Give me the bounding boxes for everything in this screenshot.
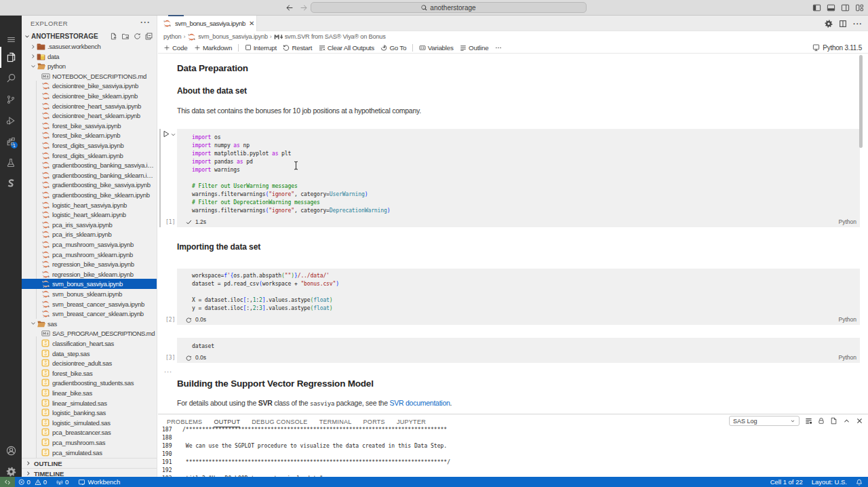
tree-item-regression-bike-sasviya-ipynb[interactable]: regression_bike_sasviya.ipynb bbox=[22, 259, 157, 269]
tree-item-gradientboosting-bike-sasviya-ipynb[interactable]: gradientboosting_bike_sasviya.ipynb bbox=[22, 180, 157, 190]
back-arrow-icon[interactable] bbox=[285, 3, 294, 12]
tree-item-forest-digits-sasviya-ipynb[interactable]: forest_digits_sasviya.ipynb bbox=[22, 140, 157, 151]
activity-run-debug-run-debug-icon[interactable] bbox=[0, 110, 22, 131]
close-panel-icon[interactable] bbox=[856, 417, 863, 425]
editor-more-actions-icon[interactable]: ··· bbox=[853, 20, 863, 28]
tree-item-pca-breastcancer-sas[interactable]: pca_breastcancer.sas bbox=[22, 427, 157, 437]
toggle-panel-icon[interactable] bbox=[827, 3, 835, 12]
new-folder-button[interactable] bbox=[121, 33, 130, 40]
command-center-search[interactable]: anotherstorage bbox=[311, 2, 587, 13]
tree-item-sas[interactable]: sas bbox=[22, 319, 157, 329]
tree-item-pca-mushroom-sas[interactable]: pca_mushroom.sas bbox=[22, 437, 157, 448]
tree-item-regression-bike-sklearn-ipynb[interactable]: regression_bike_sklearn.ipynb bbox=[22, 269, 157, 279]
toggle-sidebar-icon[interactable] bbox=[812, 3, 821, 12]
tree-item-classification-heart-sas[interactable]: classification_heart.sas bbox=[22, 338, 157, 349]
tree-item-python[interactable]: python bbox=[22, 61, 157, 71]
collapse-folders-button[interactable] bbox=[145, 33, 153, 40]
tree-item-forest-bike-sasviya-ipynb[interactable]: forest_bike_sasviya.ipynb bbox=[22, 121, 157, 131]
tree-item-forest-bike-sklearn-ipynb[interactable]: forest_bike_sklearn.ipynb bbox=[22, 130, 157, 140]
cell-indicator[interactable]: Cell 1 of 22 bbox=[770, 478, 803, 486]
output-log[interactable]: 187/************************************… bbox=[158, 426, 868, 479]
tree-item-data[interactable]: data bbox=[22, 52, 157, 62]
tree-item-gradientboosting-bike-sklearn-ipynb[interactable]: gradientboosting_bike_sklearn.ipynb bbox=[22, 190, 157, 200]
toolbar-more-button[interactable] bbox=[495, 44, 502, 52]
workspace-section-header[interactable]: ANOTHERSTORAGE bbox=[22, 31, 157, 41]
activity-account-icon[interactable] bbox=[0, 440, 22, 461]
workbench-status[interactable]: Workbench bbox=[78, 478, 120, 486]
refresh-explorer-button[interactable] bbox=[134, 33, 141, 40]
tree-item-decisiontree-adult-sas[interactable]: decisiontree_adult.sas bbox=[22, 358, 157, 368]
toolbar-variables-button[interactable]: Variables bbox=[419, 44, 454, 52]
timeline-section-header[interactable]: TIMELINE bbox=[22, 468, 157, 477]
tree-item-gradientboosting-students-sas[interactable]: gradientboosting_students.sas bbox=[22, 378, 157, 388]
activity-search-search-icon[interactable] bbox=[0, 68, 22, 89]
tab-close-icon[interactable]: ✕ bbox=[249, 20, 254, 27]
toolbar-code-button[interactable]: Code bbox=[163, 44, 187, 52]
maximize-panel-icon[interactable] bbox=[843, 417, 850, 425]
activity-sas-sas-icon[interactable] bbox=[0, 173, 22, 194]
forward-arrow-icon[interactable] bbox=[300, 3, 309, 12]
breadcrumb-file[interactable]: svm_bonus_sasviya.ipynb bbox=[198, 33, 268, 40]
code-editor[interactable]: dataset bbox=[192, 343, 857, 351]
toggle-secondary-sidebar-icon[interactable] bbox=[841, 3, 850, 12]
breadcrumb-cell[interactable]: svm.SVR from SAS® Viya® on Bonus bbox=[285, 33, 386, 40]
tree-item-logistic-heart-sklearn-ipynb[interactable]: logistic_heart_sklearn.ipynb bbox=[22, 210, 157, 220]
tree-item--sasuser-workbench[interactable]: .sasuser.workbench bbox=[22, 41, 157, 52]
tree-item-svm-breast-cancer-sasviya-ipynb[interactable]: svm_breast_cancer_sasviya.ipynb bbox=[22, 299, 157, 309]
tree-item-decisiontree-bike-sklearn-ipynb[interactable]: decisiontree_bike_sklearn.ipynb bbox=[22, 91, 157, 101]
tree-item-data-step-sas[interactable]: data_step.sas bbox=[22, 349, 157, 359]
tree-item-pca-iris-sklearn-ipynb[interactable]: pca_iris_sklearn.ipynb bbox=[22, 229, 157, 239]
tree-item-decisiontree-bike-sasviya-ipynb[interactable]: decisiontree_bike_sasviya.ipynb bbox=[22, 81, 157, 91]
activity-extensions-extensions-icon[interactable] bbox=[0, 131, 22, 152]
tree-item-svm-breast-cancer-sklearn-ipynb[interactable]: svm_breast_cancer_sklearn.ipynb bbox=[22, 309, 157, 319]
code-cell-1[interactable]: import osimport numpy as npimport matplo… bbox=[177, 129, 860, 227]
tree-item-logistic-banking-sas[interactable]: logistic_banking.sas bbox=[22, 408, 157, 418]
toolbar-interrupt-button[interactable]: Interrupt bbox=[245, 44, 277, 52]
toolbar-markdown-button[interactable]: Markdown bbox=[194, 44, 232, 52]
tree-item-forest-bike-sas[interactable]: forest_bike.sas bbox=[22, 368, 157, 378]
tree-item-decisiontree-heart-sklearn-ipynb[interactable]: decisiontree_heart_sklearn.ipynb bbox=[22, 111, 157, 121]
code-cell-3[interactable]: dataset0.0sPython bbox=[177, 338, 860, 363]
tree-item-sas-program-descriptions-md[interactable]: SAS_PROGRAM_DESCRIPTIONS.md bbox=[22, 328, 157, 338]
toolbar-outline-button[interactable]: Outline bbox=[460, 44, 488, 52]
open-output-in-editor-icon[interactable] bbox=[830, 417, 837, 425]
tab-svm-bonus-sasviya[interactable]: svm_bonus_sasviya.ipynb ✕ bbox=[158, 16, 257, 31]
explorer-more-actions-icon[interactable]: ··· bbox=[140, 18, 151, 27]
tree-item-logistic-heart-sasviya-ipynb[interactable]: logistic_heart_sasviya.ipynb bbox=[22, 200, 157, 210]
kernel-picker[interactable]: Python 3.11.5 bbox=[812, 42, 862, 54]
tree-item-forest-digits-sklearn-ipynb[interactable]: forest_digits_sklearn.ipynb bbox=[22, 151, 157, 161]
output-channel-select[interactable]: SAS Log bbox=[729, 416, 800, 426]
activity-source-control-source-control-icon[interactable] bbox=[0, 89, 22, 110]
tree-item-linear-simulated-sas[interactable]: linear_simulated.sas bbox=[22, 398, 157, 408]
customize-layout-icon[interactable] bbox=[855, 3, 864, 12]
tree-item-gradientboosting-banking-sklearn-ipynb[interactable]: gradientboosting_banking_sklearn.ipynb bbox=[22, 170, 157, 180]
tree-item-pca-simulated-sas[interactable]: pca_simulated.sas bbox=[22, 448, 157, 458]
svr-documentation-link[interactable]: SVR documentation bbox=[389, 399, 450, 407]
activity-explorer-files-icon[interactable] bbox=[0, 47, 22, 68]
layout-indicator[interactable]: Layout: U.S. bbox=[812, 478, 847, 486]
code-cell-2[interactable]: workspace=f'{os.path.abspath("")}/../dat… bbox=[177, 269, 860, 325]
toolbar-go-to-button[interactable]: Go To bbox=[380, 44, 406, 52]
tree-item-decisiontree-heart-sasviya-ipynb[interactable]: decisiontree_heart_sasviya.ipynb bbox=[22, 101, 157, 111]
output-filter-icon[interactable] bbox=[805, 417, 812, 425]
lock-icon[interactable] bbox=[818, 417, 825, 425]
tree-item-svm-bonus-sklearn-ipynb[interactable]: svm_bonus_sklearn.ipynb bbox=[22, 289, 157, 299]
breadcrumb-folder[interactable]: python bbox=[163, 33, 181, 40]
code-editor[interactable]: workspace=f'{os.path.abspath("")}/../dat… bbox=[192, 272, 857, 313]
notebook-settings-gear-icon[interactable] bbox=[825, 20, 833, 28]
tree-item-linear-bike-sas[interactable]: linear_bike.sas bbox=[22, 388, 157, 398]
tree-item-pca-mushroom-sasviya-ipynb[interactable]: pca_mushroom_sasviya.ipynb bbox=[22, 239, 157, 250]
tree-item-logistic-simulated-sas[interactable]: logistic_simulated.sas bbox=[22, 418, 157, 428]
notifications-bell-icon[interactable] bbox=[856, 479, 863, 486]
tree-item-notebook-descriptions-md[interactable]: NOTEBOOK_DESCRIPTIONS.md bbox=[22, 71, 157, 81]
ports-status[interactable]: 0 bbox=[56, 478, 68, 486]
activity-testing-beaker-icon[interactable] bbox=[0, 152, 22, 173]
tree-item-gradientboosting-banking-sasviya-ipynb[interactable]: gradientboosting_banking_sasviya.ipynb bbox=[22, 160, 157, 170]
tree-item-svm-bonus-sasviya-ipynb[interactable]: svm_bonus_sasviya.ipynb bbox=[22, 279, 157, 289]
new-file-button[interactable] bbox=[110, 33, 117, 40]
remote-indicator[interactable] bbox=[0, 477, 15, 487]
outline-section-header[interactable]: OUTLINE bbox=[22, 458, 157, 468]
split-editor-icon[interactable] bbox=[839, 20, 847, 28]
problems-status[interactable]: 0 0 bbox=[18, 478, 47, 486]
toolbar-clear-all-outputs-button[interactable]: Clear All Outputs bbox=[319, 44, 374, 52]
